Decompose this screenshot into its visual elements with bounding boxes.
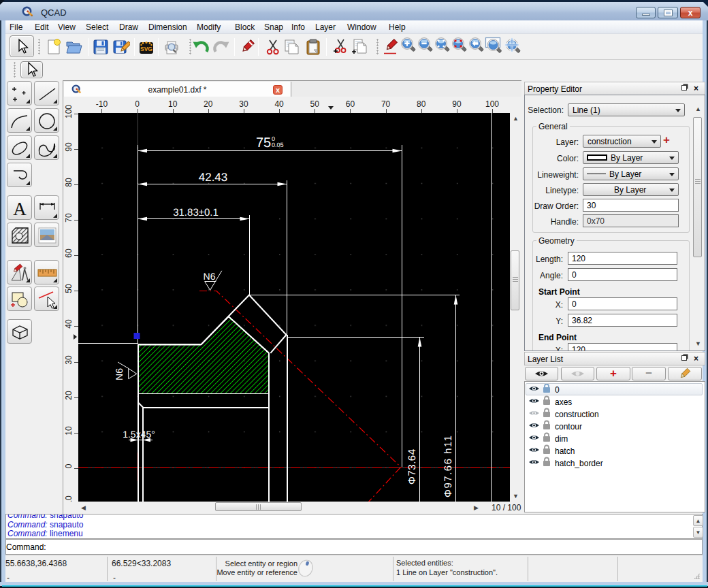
- svg-text:N6: N6: [114, 368, 125, 380]
- svg-text:A: A: [13, 199, 27, 219]
- svg-text:31.83±0.1: 31.83±0.1: [173, 207, 219, 218]
- svg-text:Φ73.64: Φ73.64: [406, 448, 418, 485]
- svg-text:75: 75: [256, 135, 271, 150]
- svg-text:Φ97.66 h11: Φ97.66 h11: [442, 434, 454, 497]
- svg-text:SVG: SVG: [140, 46, 152, 52]
- svg-text:N6: N6: [204, 271, 216, 282]
- svg-text:1.5x45°: 1.5x45°: [123, 429, 155, 440]
- svg-text:0.05: 0.05: [272, 142, 284, 148]
- svg-text:42.43: 42.43: [199, 171, 228, 184]
